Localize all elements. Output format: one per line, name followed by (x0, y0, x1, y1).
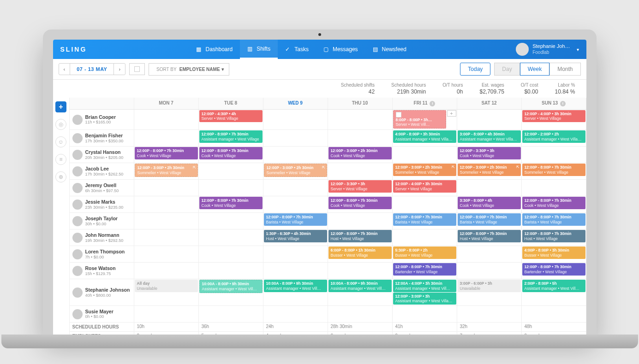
shift-block[interactable]: 12:00P - 3:00P • 3hAssistant manager • W… (393, 293, 456, 305)
shift-block[interactable]: 10:00A - 8:00P • 9h 30minAssistant manag… (199, 280, 263, 293)
day-cell[interactable]: ⇱12:00P - 3:00P • 2h 30minSommelier • We… (457, 163, 522, 179)
schedule-grid[interactable]: MON 7 TUE 8 WED 9 THU 10 FRI 11 iSAT 12 … (70, 98, 586, 335)
day-cell[interactable] (522, 180, 586, 196)
day-cell[interactable]: 12:00P - 3:30P • 3hServer • West Village (328, 180, 393, 196)
day-cell[interactable]: 12:00P - 8:00P • 7h 30minAssistant manag… (199, 130, 263, 146)
shift-block[interactable]: 10:00A - 8:00P • 9h 30minAssistant manag… (264, 280, 327, 292)
day-cell[interactable] (328, 306, 393, 322)
day-cell[interactable] (522, 147, 586, 163)
employee-cell[interactable]: Jacob Lee17h 30min • $262.50 (70, 163, 134, 179)
shift-block[interactable]: 3:00P - 8:00P • 4h 30minAssistant manage… (458, 130, 521, 142)
shift-block[interactable]: 12:00P - 8:00P • 7h 30minCook • West Vil… (328, 197, 392, 209)
day-cell[interactable] (134, 246, 199, 262)
shift-block[interactable]: 3:30P - 8:00P • 4hCook • West Village (458, 197, 521, 209)
shift-block[interactable]: 12:00P - 8:00P • 7h 30minCook • West Vil… (135, 147, 198, 159)
day-header[interactable]: FRI 11 i (393, 98, 457, 109)
day-cell[interactable]: 12:00P - 8:00P • 7h 30minSommelier • Wes… (522, 163, 586, 179)
day-cell[interactable] (134, 263, 199, 279)
day-cell[interactable] (263, 147, 328, 163)
day-cell[interactable]: 10:00A - 8:00P • 9h 30minAssistant manag… (328, 279, 393, 305)
day-cell[interactable]: 12:00P - 4:30P • 4hServer • West Village (199, 110, 263, 129)
day-cell[interactable]: 5:30P - 8:00P • 2hBusser • West Village (393, 246, 457, 262)
day-cell[interactable]: 12:00P - 8:00P • 7h 30minBarista • West … (457, 213, 522, 229)
employee-cell[interactable]: Joseph Taylor30h • $0.00 (70, 213, 134, 229)
people-filter-icon[interactable]: ☺ (55, 136, 66, 147)
day-cell[interactable]: 2:00P - 8:00P • 5hAssistant manager • We… (522, 279, 586, 305)
day-cell[interactable]: 12:00P - 8:00P • 7h 30minCook • West Vil… (522, 196, 586, 212)
nav-newsfeed[interactable]: ▤Newsfeed (365, 40, 414, 59)
day-cell[interactable]: ⇱12:00P - 3:00P • 2h 30minSommelier • We… (134, 163, 199, 179)
day-cell[interactable]: 12:00P - 2:00P • 2hAssistant manager • W… (522, 130, 586, 146)
day-cell[interactable]: 3:00P - 6:00P • 3hUnavailable (457, 279, 522, 305)
day-cell[interactable]: 12:00P - 8:00P • 7h 30minBarista • West … (522, 213, 586, 229)
shift-block[interactable]: 12:00P - 8:00P • 7h 30minHost • West Vil… (522, 230, 585, 242)
employee-cell[interactable]: Susie Mayer0h • $0.00 (70, 306, 134, 322)
day-cell[interactable] (457, 180, 522, 196)
day-header[interactable]: TUE 8 (199, 98, 263, 109)
day-cell[interactable]: 3:30P - 8:00P • 4hCook • West Village (457, 196, 522, 212)
shift-block[interactable]: 12:00P - 8:00P • 7h 30minBarista • West … (264, 213, 327, 225)
shift-block[interactable]: ⇱12:00P - 3:00P • 2h 30minSommelier • We… (458, 164, 521, 176)
day-cell[interactable]: 12:00P - 8:00P • 7h 30minCook • West Vil… (134, 147, 199, 163)
day-cell[interactable] (263, 180, 328, 196)
shift-block[interactable]: All dayUnavailable (135, 280, 198, 292)
day-cell[interactable] (134, 229, 199, 246)
settings-icon[interactable]: ⊕ (55, 171, 66, 182)
day-cell[interactable] (328, 110, 393, 129)
day-cell[interactable]: 10:00A - 8:00P • 9h 30minAssistant manag… (199, 279, 263, 305)
employee-cell[interactable]: Brian Cooper11h • $165.00 (70, 110, 134, 129)
today-button[interactable]: Today (460, 63, 490, 76)
list-view-icon[interactable]: ≡ (55, 154, 66, 165)
day-cell[interactable] (199, 213, 263, 229)
shift-block[interactable]: 12:00P - 8:00P • 7h 30minCook • West Vil… (522, 197, 585, 209)
day-cell[interactable]: 8:00P - 8:00P • 3h…Server • West Vill…+ (393, 110, 457, 129)
shift-block[interactable]: 12:00A - 4:00P • 3h 30minAssistant manag… (393, 280, 456, 292)
checkbox-icon[interactable] (396, 112, 401, 117)
shift-block[interactable]: 12:00P - 8:00P • 7h 30minCook • West Vil… (199, 197, 263, 209)
day-cell[interactable] (328, 163, 393, 179)
next-week-button[interactable]: › (113, 63, 125, 75)
day-cell[interactable] (328, 213, 393, 229)
day-cell[interactable] (199, 246, 263, 262)
user-menu[interactable]: Stephanie Joh… Foodlab ▾ (516, 43, 579, 56)
nav-shifts[interactable]: ▥Shifts (240, 40, 278, 59)
day-header[interactable]: THU 10 (328, 98, 393, 109)
day-cell[interactable]: 12:00P - 8:00P • 7h 30minHost • West Vil… (522, 229, 586, 246)
add-shift-button[interactable]: + (55, 101, 66, 112)
day-cell[interactable]: 12:00P - 3:00P • 2h 30minCook • West Vil… (328, 147, 393, 163)
shift-block[interactable]: 6:00P - 8:00P • 1h 30minBusser • West Vi… (328, 247, 392, 258)
nav-tasks[interactable]: ✓Tasks (278, 40, 316, 59)
day-cell[interactable] (134, 180, 199, 196)
day-cell[interactable] (263, 110, 328, 129)
day-cell[interactable] (457, 263, 522, 279)
day-cell[interactable]: ⇱12:00P - 3:00P • 2h 30minSommelier • We… (393, 163, 457, 179)
day-cell[interactable] (263, 306, 328, 322)
day-cell[interactable] (134, 213, 199, 229)
day-cell[interactable] (263, 196, 328, 212)
prev-week-button[interactable]: ‹ (59, 63, 71, 75)
view-week-button[interactable]: Week (520, 63, 549, 76)
employee-cell[interactable]: Crystal Hanson20h 30min • $205.00 (70, 147, 134, 163)
day-cell[interactable] (134, 130, 199, 146)
location-filter-icon[interactable]: ◎ (55, 119, 66, 130)
day-cell[interactable]: 12:00P - 8:00P • 7h 30minBarista • West … (393, 213, 457, 229)
day-cell[interactable] (263, 246, 328, 262)
add-shift-slot-button[interactable]: + (447, 110, 456, 117)
day-cell[interactable]: 12:00P - 8:00P • 7h 30minHost • West Vil… (457, 229, 522, 246)
shift-block[interactable]: 12:00P - 8:00P • 7h 30minSommelier • Wes… (522, 164, 585, 176)
day-cell[interactable] (263, 263, 328, 279)
day-cell[interactable] (199, 180, 263, 196)
day-cell[interactable] (134, 196, 199, 212)
shift-block[interactable]: 12:00P - 3:30P • 3hCook • West Village (458, 147, 521, 159)
view-month-button[interactable]: Month (549, 63, 580, 76)
day-cell[interactable]: 12:00P - 8:00P • 7h 30minCook • West Vil… (199, 147, 263, 163)
shift-block[interactable]: 5:30P - 8:00P • 2hBusser • West Village (393, 247, 456, 258)
day-cell[interactable]: 12:00P - 8:00P • 7h 30minCook • West Vil… (199, 196, 263, 212)
day-cell[interactable] (328, 263, 393, 279)
shift-block[interactable]: 4:00P - 8:00P • 3h 30minAssistant manage… (393, 130, 456, 142)
day-cell[interactable] (199, 163, 263, 179)
shift-block[interactable]: 12:00P - 8:00P • 7h 30minHost • West Vil… (458, 230, 521, 242)
day-cell[interactable]: All dayUnavailable (134, 279, 199, 305)
sort-dropdown[interactable]: SORT BY EMPLOYEE NAME ▾ (149, 63, 229, 76)
day-cell[interactable]: 12:00P - 4:00P • 3h 30minServer • West V… (393, 180, 457, 196)
